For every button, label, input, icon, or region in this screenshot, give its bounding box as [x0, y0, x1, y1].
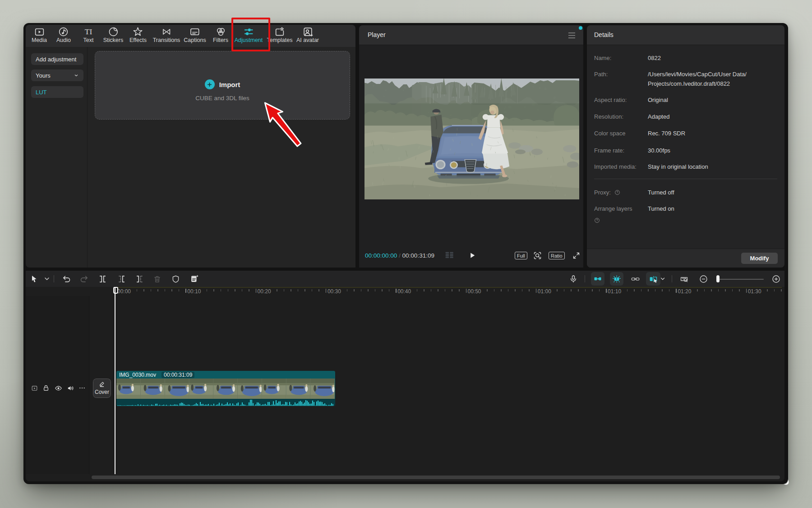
svg-text:TI: TI	[85, 27, 92, 36]
